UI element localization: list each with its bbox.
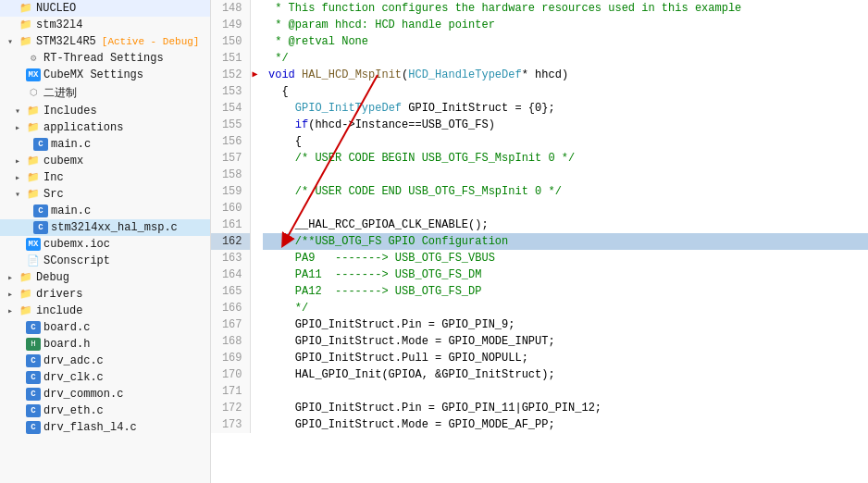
sidebar-item-stm32l4r5[interactable]: 📁STM32L4R5[Active - Debug] [0,33,210,50]
sidebar-item-cubemx-folder[interactable]: 📁cubemx [0,153,210,169]
code-content[interactable]: GPIO_InitStruct.Pin = GPIO_PIN_11|GPIO_P… [263,400,868,416]
sidebar-item-nucleo[interactable]: 📁NUCLEO [0,0,210,17]
line-number: 168 [211,333,250,350]
sidebar-label-cubemx: CubeMX Settings [43,68,143,81]
code-content[interactable]: GPIO_InitStruct.Pin = GPIO_PIN_9; [263,316,868,333]
code-content[interactable]: * @param hhcd: HCD handle pointer [263,17,868,33]
code-content[interactable]: * This function configures the hardware … [263,0,868,17]
code-content[interactable]: GPIO_InitStruct.Mode = GPIO_MODE_INPUT; [263,333,868,350]
line-number: 155 [211,117,250,133]
sidebar-label-drv-adc-c: drv_adc.c [43,354,104,367]
line-arrow-indicator [250,333,263,350]
code-content[interactable]: PA12 -------> USB_OTG_FS_DP [263,283,868,300]
table-row: 173 GPIO_InitStruct.Mode = GPIO_MODE_AF_… [211,416,868,433]
bin-icon: ⬡ [26,87,41,100]
code-token: { [268,85,289,98]
code-token: HAL_GPIO_Init(GPIOA, &GPIO_InitStruct); [268,368,555,381]
code-content[interactable]: GPIO_InitTypeDef GPIO_InitStruct = {0}; [263,100,868,117]
active-badge: [Active - Debug] [102,36,200,47]
line-number: 164 [211,266,250,283]
line-arrow-indicator [250,250,263,266]
sidebar-item-stm32l4[interactable]: 📁stm32l4 [0,17,210,33]
code-token [295,68,302,81]
sidebar-item-board-h[interactable]: Hboard.h [0,336,210,353]
line-arrow-indicator [250,0,263,17]
line-arrow-indicator [250,266,263,283]
code-token: /**USB_OTG_FS GPIO Configuration [268,235,508,248]
code-content[interactable]: __HAL_RCC_GPIOA_CLK_ENABLE(); [263,217,868,233]
folder-icon: 📁 [26,188,41,201]
line-arrow-indicator [250,416,263,433]
code-content[interactable]: PA11 -------> USB_OTG_FS_DM [263,266,868,283]
code-content[interactable]: */ [263,50,868,67]
code-content[interactable] [263,200,868,217]
code-content[interactable] [263,167,868,183]
sidebar-item-cubemx[interactable]: MXCubeMX Settings [0,67,210,83]
sidebar-item-drivers[interactable]: 📁drivers [0,286,210,303]
code-content[interactable]: HAL_GPIO_Init(GPIOA, &GPIO_InitStruct); [263,366,868,383]
tree-arrow-include [7,305,19,316]
code-token [268,102,295,115]
table-row: 159 /* USER CODE END USB_OTG_FS_MspInit … [211,183,868,200]
sidebar-item-binjian[interactable]: ⬡二进制 [0,83,210,103]
line-arrow-indicator [250,233,263,250]
c-file-icon: C [26,321,41,334]
sidebar-label-sconscript: SConscript [43,254,110,267]
sidebar-label-src: Src [43,188,64,201]
sidebar-item-inc[interactable]: 📁Inc [0,169,210,186]
sidebar-label-inc: Inc [43,171,64,184]
code-content[interactable]: if(hhcd->Instance==USB_OTG_FS) [263,117,868,133]
folder-icon: 📁 [19,288,33,301]
code-content[interactable]: */ [263,300,868,316]
code-content[interactable]: void HAL_HCD_MspInit(HCD_HandleTypeDef* … [263,67,868,83]
sidebar-item-includes[interactable]: 📁Includes [0,103,210,119]
code-content[interactable]: { [263,133,868,150]
sidebar-item-drv-common-c[interactable]: Cdrv_common.c [0,386,210,402]
code-content[interactable]: GPIO_InitStruct.Mode = GPIO_MODE_AF_PP; [263,416,868,433]
line-arrow-indicator [250,167,263,183]
code-token: PA11 -------> USB_OTG_FS_DM [268,268,481,281]
sidebar-item-include[interactable]: 📁include [0,303,210,319]
sidebar-item-drv-eth-c[interactable]: Cdrv_eth.c [0,402,210,419]
code-lines: 148 * This function configures the hardw… [211,0,868,433]
code-token: __HAL_RCC_GPIOA_CLK_ENABLE(); [268,218,489,231]
sidebar-item-applications[interactable]: 📁applications [0,119,210,136]
table-row: 154 GPIO_InitTypeDef GPIO_InitStruct = {… [211,100,868,117]
code-token: GPIO_InitStruct.Mode = GPIO_MODE_AF_PP; [268,418,555,431]
sidebar-item-drv-adc-c[interactable]: Cdrv_adc.c [0,353,210,369]
line-arrow-indicator [250,300,263,316]
code-content[interactable]: PA9 -------> USB_OTG_FS_VBUS [263,250,868,266]
line-number: 154 [211,100,250,117]
sidebar-item-src[interactable]: 📁Src [0,186,210,203]
sidebar-item-src-main-c[interactable]: Cmain.c [0,203,210,219]
code-scroll-area[interactable]: 148 * This function configures the hardw… [211,0,868,483]
code-content[interactable]: { [263,83,868,100]
c-file-icon: C [26,354,41,367]
c-file-icon: C [26,421,41,434]
sidebar-item-board-c[interactable]: Cboard.c [0,319,210,336]
sidebar-item-sconscript[interactable]: 📄SConscript [0,253,210,269]
code-content[interactable]: /**USB_OTG_FS GPIO Configuration [263,233,868,250]
c-file-icon: C [33,138,48,151]
sidebar-item-cubemx-ioc[interactable]: MXcubemx.ioc [0,236,210,253]
code-content[interactable] [263,383,868,400]
code-content[interactable]: /* USER CODE BEGIN USB_OTG_FS_MspInit 0 … [263,150,868,167]
table-row: 160 [211,200,868,217]
sidebar-item-drv-clk-c[interactable]: Cdrv_clk.c [0,369,210,386]
code-content[interactable]: GPIO_InitStruct.Pull = GPIO_NOPULL; [263,350,868,366]
sidebar-item-main-c[interactable]: Cmain.c [0,136,210,153]
code-content[interactable]: /* USER CODE END USB_OTG_FS_MspInit 0 */ [263,183,868,200]
sidebar-item-drv-flash-l4-c[interactable]: Cdrv_flash_l4.c [0,419,210,436]
sidebar-item-stm32-hal-msp[interactable]: Cstm32l4xx_hal_msp.c [0,219,210,236]
code-content[interactable]: * @retval None [263,33,868,50]
table-row: 151 */ [211,50,868,67]
sidebar-item-debug[interactable]: 📁Debug [0,269,210,286]
folder-icon: 📁 [19,304,33,317]
sidebar-label-drv-common-c: drv_common.c [43,388,123,401]
sidebar-item-rt-thread[interactable]: ⚙RT-Thread Settings [0,50,210,67]
line-number: 156 [211,133,250,150]
line-number: 152 [211,67,250,83]
mx-icon: MX [26,238,41,251]
table-row: 158 [211,167,868,183]
line-arrow-indicator [250,33,263,50]
